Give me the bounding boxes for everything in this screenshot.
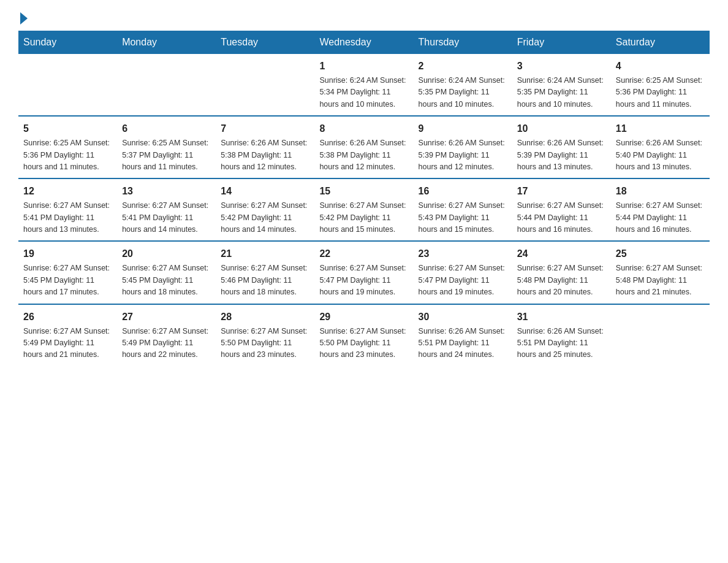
calendar-cell bbox=[216, 54, 314, 116]
day-of-week-header: Sunday bbox=[18, 31, 117, 54]
calendar-week-row: 19Sunrise: 6:27 AM Sunset: 5:45 PM Dayli… bbox=[18, 241, 710, 304]
calendar-cell: 1Sunrise: 6:24 AM Sunset: 5:34 PM Daylig… bbox=[314, 54, 413, 116]
day-info: Sunrise: 6:25 AM Sunset: 5:37 PM Dayligh… bbox=[122, 137, 211, 173]
day-info: Sunrise: 6:27 AM Sunset: 5:45 PM Dayligh… bbox=[23, 262, 112, 298]
day-number: 29 bbox=[319, 310, 408, 324]
day-number: 7 bbox=[221, 121, 309, 136]
day-number: 15 bbox=[319, 184, 408, 199]
calendar-cell: 22Sunrise: 6:27 AM Sunset: 5:47 PM Dayli… bbox=[314, 241, 413, 304]
calendar-cell: 30Sunrise: 6:26 AM Sunset: 5:51 PM Dayli… bbox=[414, 304, 512, 366]
calendar-cell: 31Sunrise: 6:26 AM Sunset: 5:51 PM Dayli… bbox=[512, 304, 611, 366]
day-info: Sunrise: 6:27 AM Sunset: 5:49 PM Dayligh… bbox=[23, 326, 112, 361]
day-number: 13 bbox=[122, 184, 211, 199]
day-number: 22 bbox=[319, 247, 408, 261]
day-info: Sunrise: 6:27 AM Sunset: 5:46 PM Dayligh… bbox=[221, 262, 309, 298]
calendar-cell: 5Sunrise: 6:25 AM Sunset: 5:36 PM Daylig… bbox=[18, 116, 117, 178]
calendar-week-row: 12Sunrise: 6:27 AM Sunset: 5:41 PM Dayli… bbox=[18, 178, 710, 241]
day-number: 1 bbox=[319, 59, 408, 74]
calendar-cell: 17Sunrise: 6:27 AM Sunset: 5:44 PM Dayli… bbox=[512, 178, 611, 241]
day-of-week-header: Thursday bbox=[414, 31, 512, 54]
day-number: 18 bbox=[616, 184, 705, 199]
day-info: Sunrise: 6:27 AM Sunset: 5:50 PM Dayligh… bbox=[221, 326, 309, 361]
calendar-header-row: SundayMondayTuesdayWednesdayThursdayFrid… bbox=[18, 31, 710, 54]
calendar-cell: 3Sunrise: 6:24 AM Sunset: 5:35 PM Daylig… bbox=[512, 54, 611, 116]
day-info: Sunrise: 6:24 AM Sunset: 5:35 PM Dayligh… bbox=[419, 75, 507, 110]
day-number: 20 bbox=[122, 247, 211, 261]
day-of-week-header: Tuesday bbox=[216, 31, 314, 54]
calendar-week-row: 1Sunrise: 6:24 AM Sunset: 5:34 PM Daylig… bbox=[18, 54, 710, 116]
calendar-cell: 18Sunrise: 6:27 AM Sunset: 5:44 PM Dayli… bbox=[611, 178, 710, 241]
day-info: Sunrise: 6:26 AM Sunset: 5:51 PM Dayligh… bbox=[419, 326, 507, 361]
day-number: 31 bbox=[517, 310, 606, 324]
calendar-cell: 10Sunrise: 6:26 AM Sunset: 5:39 PM Dayli… bbox=[512, 116, 611, 178]
calendar-cell: 2Sunrise: 6:24 AM Sunset: 5:35 PM Daylig… bbox=[414, 54, 512, 116]
day-info: Sunrise: 6:27 AM Sunset: 5:48 PM Dayligh… bbox=[616, 262, 705, 298]
calendar-cell: 6Sunrise: 6:25 AM Sunset: 5:37 PM Daylig… bbox=[117, 116, 216, 178]
day-info: Sunrise: 6:27 AM Sunset: 5:47 PM Dayligh… bbox=[319, 262, 408, 298]
calendar-cell: 23Sunrise: 6:27 AM Sunset: 5:47 PM Dayli… bbox=[414, 241, 512, 304]
day-info: Sunrise: 6:25 AM Sunset: 5:36 PM Dayligh… bbox=[23, 137, 112, 173]
calendar-cell: 25Sunrise: 6:27 AM Sunset: 5:48 PM Dayli… bbox=[611, 241, 710, 304]
day-number: 2 bbox=[419, 59, 507, 74]
calendar-week-row: 5Sunrise: 6:25 AM Sunset: 5:36 PM Daylig… bbox=[18, 116, 710, 178]
day-info: Sunrise: 6:27 AM Sunset: 5:47 PM Dayligh… bbox=[419, 262, 507, 298]
calendar-cell: 27Sunrise: 6:27 AM Sunset: 5:49 PM Dayli… bbox=[117, 304, 216, 366]
calendar-cell: 14Sunrise: 6:27 AM Sunset: 5:42 PM Dayli… bbox=[216, 178, 314, 241]
day-info: Sunrise: 6:24 AM Sunset: 5:35 PM Dayligh… bbox=[517, 75, 606, 110]
calendar-cell: 8Sunrise: 6:26 AM Sunset: 5:38 PM Daylig… bbox=[314, 116, 413, 178]
day-number: 8 bbox=[319, 121, 408, 136]
calendar-cell: 19Sunrise: 6:27 AM Sunset: 5:45 PM Dayli… bbox=[18, 241, 117, 304]
day-info: Sunrise: 6:27 AM Sunset: 5:49 PM Dayligh… bbox=[122, 326, 211, 361]
calendar-cell: 24Sunrise: 6:27 AM Sunset: 5:48 PM Dayli… bbox=[512, 241, 611, 304]
day-of-week-header: Saturday bbox=[611, 31, 710, 54]
calendar-cell: 13Sunrise: 6:27 AM Sunset: 5:41 PM Dayli… bbox=[117, 178, 216, 241]
calendar-cell: 16Sunrise: 6:27 AM Sunset: 5:43 PM Dayli… bbox=[414, 178, 512, 241]
day-number: 9 bbox=[419, 121, 507, 136]
day-info: Sunrise: 6:27 AM Sunset: 5:43 PM Dayligh… bbox=[419, 200, 507, 236]
calendar-table: SundayMondayTuesdayWednesdayThursdayFrid… bbox=[18, 31, 710, 366]
calendar-cell: 7Sunrise: 6:26 AM Sunset: 5:38 PM Daylig… bbox=[216, 116, 314, 178]
day-number: 16 bbox=[419, 184, 507, 199]
page-header bbox=[18, 12, 710, 25]
day-info: Sunrise: 6:26 AM Sunset: 5:39 PM Dayligh… bbox=[419, 137, 507, 173]
calendar-cell: 15Sunrise: 6:27 AM Sunset: 5:42 PM Dayli… bbox=[314, 178, 413, 241]
day-number: 11 bbox=[616, 121, 705, 136]
calendar-cell bbox=[611, 304, 710, 366]
day-info: Sunrise: 6:26 AM Sunset: 5:51 PM Dayligh… bbox=[517, 326, 606, 361]
calendar-cell: 11Sunrise: 6:26 AM Sunset: 5:40 PM Dayli… bbox=[611, 116, 710, 178]
day-info: Sunrise: 6:26 AM Sunset: 5:38 PM Dayligh… bbox=[221, 137, 309, 173]
calendar-cell: 29Sunrise: 6:27 AM Sunset: 5:50 PM Dayli… bbox=[314, 304, 413, 366]
day-of-week-header: Monday bbox=[117, 31, 216, 54]
day-number: 21 bbox=[221, 247, 309, 261]
day-number: 6 bbox=[122, 121, 211, 136]
day-of-week-header: Friday bbox=[512, 31, 611, 54]
calendar-cell bbox=[117, 54, 216, 116]
day-info: Sunrise: 6:27 AM Sunset: 5:44 PM Dayligh… bbox=[616, 200, 705, 236]
day-info: Sunrise: 6:27 AM Sunset: 5:48 PM Dayligh… bbox=[517, 262, 606, 298]
day-number: 3 bbox=[517, 59, 606, 74]
day-number: 30 bbox=[419, 310, 507, 324]
logo-arrow-icon bbox=[20, 12, 28, 25]
logo bbox=[18, 12, 29, 25]
day-info: Sunrise: 6:25 AM Sunset: 5:36 PM Dayligh… bbox=[616, 75, 705, 110]
calendar-cell: 26Sunrise: 6:27 AM Sunset: 5:49 PM Dayli… bbox=[18, 304, 117, 366]
calendar-cell: 9Sunrise: 6:26 AM Sunset: 5:39 PM Daylig… bbox=[414, 116, 512, 178]
calendar-cell: 21Sunrise: 6:27 AM Sunset: 5:46 PM Dayli… bbox=[216, 241, 314, 304]
day-number: 14 bbox=[221, 184, 309, 199]
calendar-cell: 4Sunrise: 6:25 AM Sunset: 5:36 PM Daylig… bbox=[611, 54, 710, 116]
calendar-cell: 12Sunrise: 6:27 AM Sunset: 5:41 PM Dayli… bbox=[18, 178, 117, 241]
day-number: 23 bbox=[419, 247, 507, 261]
day-info: Sunrise: 6:26 AM Sunset: 5:38 PM Dayligh… bbox=[319, 137, 408, 173]
day-of-week-header: Wednesday bbox=[314, 31, 413, 54]
day-number: 27 bbox=[122, 310, 211, 324]
day-number: 17 bbox=[517, 184, 606, 199]
day-number: 26 bbox=[23, 310, 112, 324]
calendar-week-row: 26Sunrise: 6:27 AM Sunset: 5:49 PM Dayli… bbox=[18, 304, 710, 366]
day-number: 10 bbox=[517, 121, 606, 136]
day-info: Sunrise: 6:27 AM Sunset: 5:42 PM Dayligh… bbox=[319, 200, 408, 236]
day-info: Sunrise: 6:27 AM Sunset: 5:41 PM Dayligh… bbox=[122, 200, 211, 236]
day-number: 12 bbox=[23, 184, 112, 199]
day-info: Sunrise: 6:27 AM Sunset: 5:44 PM Dayligh… bbox=[517, 200, 606, 236]
day-number: 4 bbox=[616, 59, 705, 74]
day-info: Sunrise: 6:27 AM Sunset: 5:45 PM Dayligh… bbox=[122, 262, 211, 298]
